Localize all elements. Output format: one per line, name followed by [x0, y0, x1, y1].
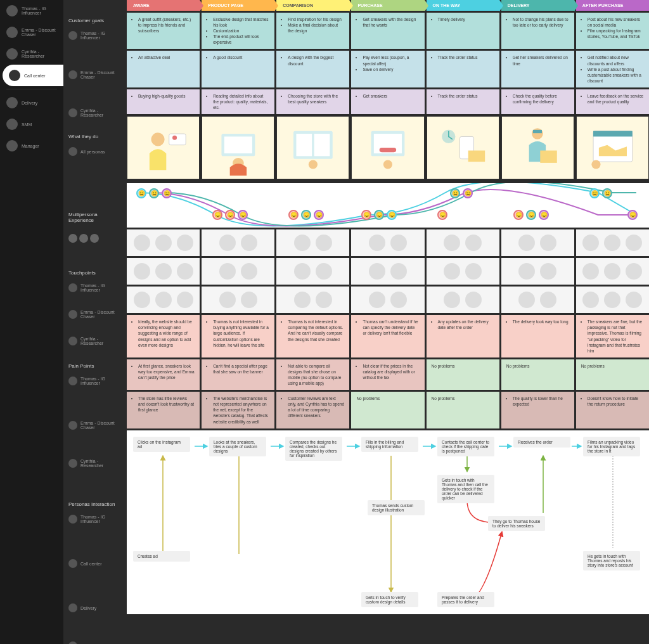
all-personas: All personas	[63, 142, 127, 161]
avatar-group	[68, 234, 122, 243]
touchpoint-icon	[177, 263, 193, 280]
goal-cell: An attractive deal	[127, 51, 200, 87]
avatar	[6, 27, 18, 38]
touchpoint-cell	[202, 287, 274, 313]
avatar	[68, 147, 77, 156]
pain-cell: The website's merchandise is not represe…	[202, 392, 274, 428]
sidebar-item-thomas[interactable]: Thomas - IG Influencer	[0, 0, 63, 22]
touchpoint-cell	[576, 287, 649, 313]
headset-icon	[9, 70, 20, 81]
svg-point-0	[151, 132, 164, 146]
goal-cell: Reading detailed info about the product:…	[202, 89, 274, 114]
goal-cell: Find inspiration for his designMake a fi…	[276, 13, 349, 49]
svg-point-2	[172, 136, 177, 140]
pain-cell: The sneakers are fine, but the packaging…	[576, 315, 649, 357]
goals-row: A great outfit (sneakers, etc.) to impre…	[127, 13, 649, 49]
goal-cell: Check the quality before confirming the …	[501, 89, 574, 114]
sidebar-item-manager[interactable]: Manager	[0, 135, 63, 157]
journey-map: Customer goals Thomas - IG Influencer Em…	[63, 0, 649, 644]
interaction-step: They go to Thomas house to deliver his s…	[488, 516, 545, 531]
goal-cell: Get sneakers	[351, 89, 424, 114]
pain-cell: Thomas is not interested in comparing th…	[276, 315, 349, 357]
touchpoint-icon	[518, 263, 535, 280]
illustration-after	[576, 116, 649, 179]
touchpoints-row	[127, 229, 649, 256]
touchpoint-icon	[316, 235, 332, 251]
touchpoint-icon	[390, 235, 407, 251]
pain-cell: No problems	[427, 392, 499, 428]
touchpoint-cell	[351, 287, 424, 313]
pain-cell: Any updates on the delivery date after t…	[427, 315, 499, 357]
pain-cell: Ideally, the website should be convincin…	[127, 315, 200, 357]
svg-rect-16	[468, 151, 485, 162]
stage-comparison: COMPARISON	[276, 0, 349, 11]
touchpoint-cell	[501, 287, 574, 313]
stage-product-page: PRODUCT PAGE	[202, 0, 274, 11]
section-customer-goals: Customer goals	[63, 11, 127, 26]
svg-point-17	[532, 128, 543, 139]
touchpoint-icon	[518, 292, 535, 308]
pain-cell: The store has little reviews and doesn't…	[127, 392, 200, 428]
touchpoint-icon	[134, 292, 150, 308]
svg-point-13	[383, 160, 392, 169]
interaction-step: Gets in touch with Thomas and then call …	[437, 475, 494, 503]
avatar	[6, 48, 18, 60]
touchpoint-icon	[626, 263, 642, 280]
touchpoint-icon	[444, 263, 460, 280]
pain-cell: No problems	[576, 359, 649, 390]
illustration-aware	[127, 116, 200, 179]
touchpoint-icon	[465, 292, 482, 308]
touchpoint-cell	[202, 229, 274, 256]
goal-cell: A design with the biggest discount	[276, 51, 349, 87]
what-they-do-row	[127, 116, 649, 179]
manager-icon	[6, 140, 18, 151]
goal-cell: Post about his new sneakers on social me…	[576, 13, 649, 49]
stage-aware: AWARE	[127, 0, 200, 11]
sidebar-item-callcenter[interactable]: Call center	[3, 65, 63, 86]
stage-purchase: PURCHASE	[351, 0, 424, 11]
interaction-step: He gets in touch with Thomas and reposts…	[583, 551, 640, 570]
experience-curve: 😐 😐 😐 😞 😞 😞 😞 😞 😞 😞 😞 😞 😞 😐 😐 😞	[127, 183, 649, 228]
interaction-step: Fills in the billing and shipping inform…	[361, 437, 418, 452]
interaction-step: Gets in touch to verify custom design de…	[361, 592, 418, 607]
sidebar-item-emma[interactable]: Emma - Discount Chaser	[0, 22, 63, 43]
touchpoint-icon	[390, 263, 407, 280]
touchpoint-cell	[501, 229, 574, 256]
touchpoint-icon	[540, 292, 556, 308]
touchpoint-icon	[369, 292, 385, 308]
pain-cell: Thomas is not interested in buying anyth…	[202, 315, 274, 357]
touchpoint-icon	[369, 263, 385, 280]
pain-cell: No problems	[351, 392, 424, 428]
illustration-product	[202, 116, 274, 179]
sidebar-item-smm[interactable]: SMM	[0, 113, 63, 135]
touchpoint-icon	[582, 235, 599, 251]
section-touchpoints: Touchpoints	[63, 264, 127, 278]
pain-cell: Thomas can't understand if he can specif…	[351, 315, 424, 357]
touchpoint-icon	[444, 235, 460, 251]
section-pain-points: Pain Points	[63, 357, 127, 371]
avatar	[68, 108, 77, 117]
interaction-step: Clicks on the Instagram ad	[133, 437, 190, 452]
persona-emma: Emma - Discount Chaser	[63, 65, 127, 84]
stage-delivery: DELIVERY	[501, 0, 574, 11]
sidebar-item-delivery[interactable]: Delivery	[0, 92, 63, 113]
touchpoint-icon	[444, 292, 460, 308]
interaction-step: Thomas sends custom design illustration	[368, 500, 425, 515]
goal-cell: Pay even less (coupon, a special offer)S…	[351, 51, 424, 87]
avatar	[6, 5, 18, 16]
goal-cell: Get notified about new discounts and off…	[576, 51, 649, 87]
illustration-ontheway	[427, 116, 499, 179]
touchpoint-icon	[134, 235, 150, 251]
svg-rect-19	[541, 151, 557, 163]
illustration-purchase	[351, 116, 424, 179]
svg-rect-21	[593, 131, 633, 137]
pain-cell: Can't find a special offer page that she…	[202, 359, 274, 390]
touchpoint-icon	[316, 292, 332, 308]
touchpoint-icon	[369, 235, 385, 251]
touchpoint-icon	[177, 292, 193, 308]
sidebar-item-cynthia[interactable]: Cynthia - Researcher	[0, 43, 63, 65]
persona-cynthia: Cynthia - Researcher	[63, 103, 127, 122]
touchpoint-icon	[540, 263, 556, 280]
touchpoints-row	[127, 287, 649, 313]
goal-cell: Get her sneakers delivered on time	[501, 51, 574, 87]
